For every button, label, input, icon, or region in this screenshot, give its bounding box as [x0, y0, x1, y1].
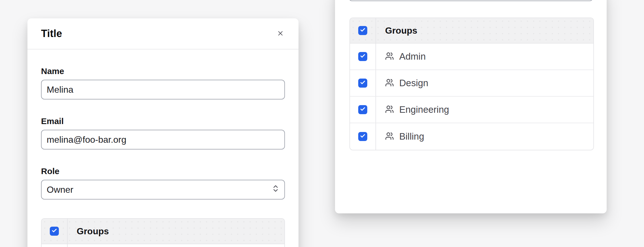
table-row-admin: Admin	[350, 44, 593, 70]
email-input[interactable]	[41, 130, 285, 150]
header-checkbox-cell	[350, 18, 376, 43]
role-select[interactable]: Owner	[41, 180, 285, 200]
check-icon	[51, 228, 57, 235]
table-row-engineering: Engineering	[350, 97, 593, 123]
role-label: Role	[41, 166, 285, 176]
role-select-value: Owner	[47, 185, 73, 195]
edit-user-dialog: Title Name Email Role Owner	[27, 18, 299, 247]
groups-table-header-row: Groups	[42, 219, 284, 244]
table-row-design: Design	[350, 70, 593, 97]
groups-column-header: Groups	[376, 18, 593, 43]
email-label: Email	[41, 116, 285, 126]
name-input[interactable]	[41, 80, 285, 99]
users-icon	[385, 132, 394, 142]
group-row-label: Billing	[399, 131, 424, 142]
groups-column-header: Groups	[68, 219, 284, 244]
check-icon	[360, 53, 366, 60]
x-icon	[277, 30, 284, 38]
table-row: Admin	[42, 244, 284, 247]
row-checkbox[interactable]	[358, 52, 367, 61]
users-icon	[385, 105, 394, 115]
row-checkbox[interactable]	[358, 79, 367, 88]
check-icon	[360, 27, 366, 34]
groups-table: Groups Admin	[349, 18, 594, 150]
name-label: Name	[41, 66, 285, 76]
name-field-group: Name	[41, 66, 285, 99]
users-icon	[385, 52, 394, 62]
role-select-bottom-edge	[349, 0, 593, 1]
header-checkbox-cell	[42, 219, 68, 244]
check-icon	[360, 133, 366, 140]
chevrons-up-down-icon	[271, 184, 280, 195]
groups-table-header-row: Groups	[350, 18, 593, 44]
dialog-header: Title	[27, 18, 299, 49]
email-field-group: Email	[41, 116, 285, 150]
group-row-label: Engineering	[399, 104, 449, 115]
group-row-label: Design	[399, 78, 428, 88]
dialog-title: Title	[41, 28, 62, 40]
table-row-billing: Billing	[350, 123, 593, 150]
select-all-checkbox[interactable]	[358, 26, 367, 35]
groups-table: Groups Admin	[41, 218, 285, 247]
role-field-group: Role Owner	[41, 166, 285, 200]
select-all-checkbox[interactable]	[50, 227, 59, 236]
close-button[interactable]	[274, 27, 287, 40]
check-icon	[360, 80, 366, 86]
group-row-label: Admin	[399, 51, 426, 62]
users-icon	[385, 78, 394, 88]
row-checkbox[interactable]	[358, 105, 367, 114]
check-icon	[360, 106, 366, 113]
dialog-body: Name Email Role Owner	[27, 66, 299, 247]
row-checkbox[interactable]	[358, 132, 367, 141]
dialog-lower-view: Groups Admin	[335, 0, 607, 213]
